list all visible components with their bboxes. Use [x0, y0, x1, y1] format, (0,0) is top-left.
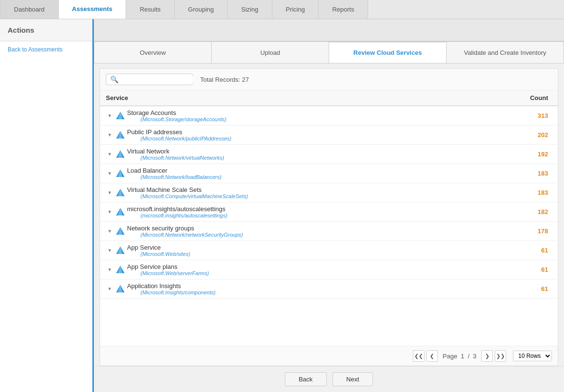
table-scroll[interactable]: Service Count ▼	[100, 90, 558, 346]
service-count-3: 183	[476, 164, 558, 183]
row-expand-icon-6[interactable]: ▼	[106, 228, 114, 234]
table-row: ▼ Load Balancer (Microsoft.Network/loadB…	[100, 164, 558, 183]
table-row: ▼ microsoft.insights/autoscalesettings (…	[100, 202, 558, 222]
service-name-3: Load Balancer	[127, 167, 167, 174]
service-count-4: 183	[476, 183, 558, 202]
sub-tab-review-cloud-services[interactable]: Review Cloud Services	[329, 41, 447, 63]
service-sub-5: (microsoft.insights/autoscalesettings)	[141, 213, 227, 218]
service-cell-0: ▼ Storage Accounts (Microsoft.Storage/st…	[100, 106, 476, 126]
back-button[interactable]: Back	[285, 372, 327, 386]
table-container: 🔍 Total Records: 27 Service Count	[100, 68, 558, 366]
service-count-5: 182	[476, 202, 558, 222]
row-expand-icon-2[interactable]: ▼	[106, 152, 114, 157]
service-name-4: Virtual Machine Scale Sets	[127, 186, 202, 193]
tab-dashboard[interactable]: Dashboard	[0, 0, 59, 19]
table-row: ▼ Virtual Network (Microsoft.Network/vir…	[100, 145, 558, 164]
service-name-2: Virtual Network	[127, 148, 169, 155]
sidebar-item-back-to-assessments[interactable]: Back to Assessments	[0, 41, 92, 58]
tab-reports[interactable]: Reports	[319, 0, 368, 19]
table-row: ▼ App Service (Microsoft.Web/sites) 61	[100, 241, 558, 260]
search-input[interactable]	[120, 76, 192, 83]
service-name-6: Network security groups	[127, 225, 194, 232]
tab-assessments[interactable]: Assessments	[59, 0, 127, 19]
service-count-0: 313	[476, 106, 558, 126]
service-sub-6: (Microsoft.Network/networkSecurityGroups…	[141, 232, 243, 238]
sub-tab-overview[interactable]: Overview	[94, 41, 212, 63]
page-prev-button[interactable]: ❮	[426, 350, 438, 362]
search-icon: 🔍	[110, 76, 118, 83]
rows-per-page-select[interactable]: 10 Rows 25 Rows 50 Rows	[513, 351, 552, 361]
table-row: ▼ Public IP addresses (Microsoft.Network…	[100, 126, 558, 145]
top-nav: Dashboard Assessments Results Grouping S…	[0, 0, 564, 19]
service-cell-3: ▼ Load Balancer (Microsoft.Network/loadB…	[100, 164, 476, 183]
table-row: ▼ Network security groups (Microsoft.Net…	[100, 222, 558, 241]
service-sub-2: (Microsoft.Network/virtualNetworks)	[141, 155, 224, 161]
service-cell-5: ▼ microsoft.insights/autoscalesettings (…	[100, 202, 476, 222]
service-cell-9: ▼ Application Insights (Microsoft.Insigh…	[100, 279, 476, 299]
main-layout: Actions Back to Assessments Overview Upl…	[0, 19, 564, 392]
row-expand-icon-8[interactable]: ▼	[106, 267, 114, 272]
service-name-8: App Service plans	[127, 263, 178, 270]
service-name-5: microsoft.insights/autoscalesettings	[127, 205, 225, 213]
tab-results[interactable]: Results	[126, 0, 174, 19]
service-sub-1: (Microsoft.Network/publicIPAddresses)	[141, 136, 231, 141]
tab-sizing[interactable]: Sizing	[228, 0, 272, 19]
services-table: Service Count ▼	[100, 90, 558, 299]
service-name-0: Storage Accounts	[127, 109, 176, 116]
row-expand-icon-7[interactable]: ▼	[106, 248, 114, 253]
service-count-6: 178	[476, 222, 558, 241]
search-input-wrapper[interactable]: 🔍	[106, 74, 192, 85]
col-header-service: Service	[100, 90, 476, 106]
service-sub-0: (Microsoft.Storage/storageAccounts)	[141, 116, 227, 122]
table-row: ▼ Storage Accounts (Microsoft.Storage/st…	[100, 106, 558, 126]
service-count-9: 61	[476, 279, 558, 299]
col-header-count: Count	[476, 90, 558, 106]
service-sub-9: (Microsoft.Insights/components)	[141, 290, 216, 295]
service-sub-8: (Microsoft.Web/serverFarms)	[141, 270, 209, 276]
service-count-1: 202	[476, 126, 558, 145]
service-sub-4: (Microsoft.Compute/virtualMachineScaleSe…	[141, 193, 248, 199]
page-first-button[interactable]: ❮❮	[413, 350, 424, 362]
row-expand-icon-0[interactable]: ▼	[106, 113, 114, 118]
service-count-7: 61	[476, 241, 558, 260]
sidebar-header: Actions	[0, 19, 92, 41]
service-cell-8: ▼ App Service plans (Microsoft.Web/serve…	[100, 260, 476, 279]
service-cell-4: ▼ Virtual Machine Scale Sets (Microsoft.…	[100, 183, 476, 202]
tab-grouping[interactable]: Grouping	[175, 0, 228, 19]
service-count-8: 61	[476, 260, 558, 279]
pagination-bar: ❮❮ ❮ Page 1 / 3 ❯ ❯❯ 10 Rows 25 Rows 50 …	[100, 346, 558, 366]
total-records: Total Records: 27	[200, 76, 249, 83]
service-sub-7: (Microsoft.Web/sites)	[141, 251, 190, 257]
sub-tab-validate-create-inventory[interactable]: Validate and Create Inventory	[447, 41, 564, 63]
row-expand-icon-5[interactable]: ▼	[106, 209, 114, 215]
next-button[interactable]: Next	[333, 372, 373, 386]
page-last-button[interactable]: ❯❯	[495, 350, 506, 362]
service-sub-3: (Microsoft.Network/loadBalancers)	[141, 174, 221, 180]
bottom-bar: Back Next	[94, 366, 564, 392]
row-expand-icon-3[interactable]: ▼	[106, 171, 114, 176]
service-cell-1: ▼ Public IP addresses (Microsoft.Network…	[100, 126, 476, 145]
tab-pricing[interactable]: Pricing	[272, 0, 319, 19]
sub-tab-upload[interactable]: Upload	[212, 41, 329, 63]
service-cell-2: ▼ Virtual Network (Microsoft.Network/vir…	[100, 145, 476, 164]
sidebar: Actions Back to Assessments	[0, 19, 94, 392]
table-row: ▼ Virtual Machine Scale Sets (Microsoft.…	[100, 183, 558, 202]
service-name-1: Public IP addresses	[127, 128, 182, 136]
table-header-row: Service Count	[100, 90, 558, 106]
row-expand-icon-9[interactable]: ▼	[106, 286, 114, 291]
table-row: ▼ App Service plans (Microsoft.Web/serve…	[100, 260, 558, 279]
service-cell-6: ▼ Network security groups (Microsoft.Net…	[100, 222, 476, 241]
table-row: ▼ Application Insights (Microsoft.Insigh…	[100, 279, 558, 299]
service-name-9: Application Insights	[127, 282, 181, 290]
search-bar: 🔍 Total Records: 27	[100, 69, 558, 90]
service-name-7: App Service	[127, 244, 161, 251]
page-next-button[interactable]: ❯	[481, 350, 493, 362]
content-area: Overview Upload Review Cloud Services Va…	[94, 19, 564, 392]
row-expand-icon-1[interactable]: ▼	[106, 132, 114, 138]
content-top-bar	[94, 19, 564, 41]
service-cell-7: ▼ App Service (Microsoft.Web/sites)	[100, 241, 476, 260]
sub-tabs: Overview Upload Review Cloud Services Va…	[94, 41, 564, 63]
page-info: Page 1 / 3	[443, 353, 476, 360]
service-count-2: 192	[476, 145, 558, 164]
row-expand-icon-4[interactable]: ▼	[106, 190, 114, 195]
